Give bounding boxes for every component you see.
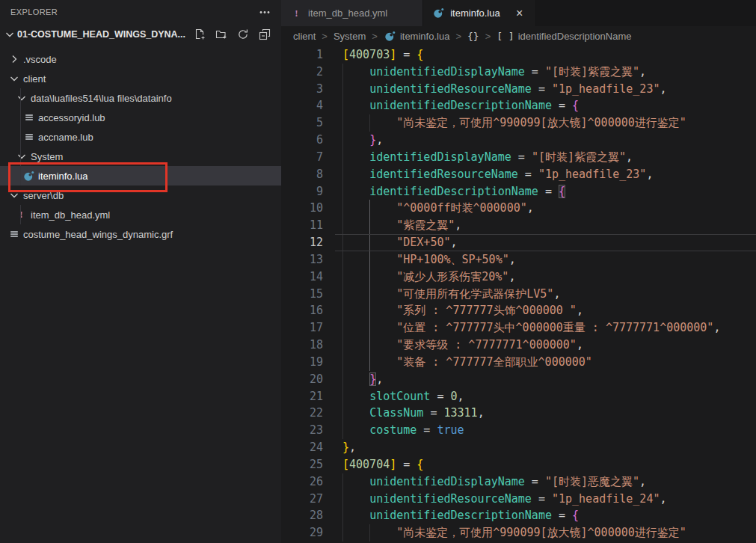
yml-icon: ! <box>15 209 28 221</box>
code-line[interactable]: 11 "紫霞之翼", <box>281 217 756 234</box>
code-line[interactable]: 22 ClassNum = 13311, <box>281 405 756 422</box>
line-number: 13 <box>281 251 323 269</box>
code-line[interactable]: 9 identifiedDescriptionName = { <box>281 183 756 200</box>
line-number: 9 <box>281 183 323 200</box>
tree-indent-guide <box>20 205 21 224</box>
lua-icon <box>384 31 396 43</box>
code-line[interactable]: 29 "尚未鉴定，可使用^990099[放大镜]^000000进行鉴定" <box>281 524 756 542</box>
indent-guide <box>369 286 370 303</box>
tree-item-label: System <box>31 151 63 162</box>
code-line[interactable]: 15 "可使用所有化学武器保护LV5", <box>281 286 756 303</box>
line-number: 25 <box>281 456 323 473</box>
indent-guide <box>342 132 343 149</box>
breadcrumb-item-identifieddescriptionname[interactable]: [ ]identifiedDescriptionName <box>497 31 631 42</box>
line-number: 12 <box>281 234 323 251</box>
code-line[interactable]: 16 "系列 : ^777777头饰^000000 ", <box>281 302 756 319</box>
chevron-down-icon[interactable] <box>7 189 20 201</box>
line-number: 2 <box>281 64 323 81</box>
tree-file-accname.lub[interactable]: accname.lub <box>0 127 281 147</box>
tree-file-accessoryid.lub[interactable]: accessoryid.lub <box>0 108 281 127</box>
code-line[interactable]: 24}, <box>281 439 756 456</box>
code-line[interactable]: 1[400703] = { <box>281 46 756 64</box>
tree-item-label: server\db <box>23 190 64 201</box>
explorer-actions <box>188 28 281 40</box>
code-line[interactable]: 7 identifiedDisplayName = "[时装]紫霞之翼", <box>281 149 756 166</box>
new-folder-icon[interactable] <box>215 28 227 40</box>
tree-folder-.vscode[interactable]: .vscode <box>0 49 281 69</box>
code-line[interactable]: 25[400704] = { <box>281 456 756 473</box>
tree-folder-server-db[interactable]: server\db <box>0 185 281 205</box>
code-line[interactable]: 12 "DEX+50", <box>281 234 756 251</box>
close-icon[interactable]: × <box>513 7 526 19</box>
breadcrumb: client>System>iteminfo.lua>{}>[ ]identif… <box>281 26 756 46</box>
code-line[interactable]: 21 slotCount = 0, <box>281 388 756 405</box>
line-number: 22 <box>281 405 323 422</box>
code-line-text: }, <box>342 132 383 149</box>
indent-guide <box>369 269 370 286</box>
code-line[interactable]: 5 "尚未鉴定，可使用^990099[放大镜]^000000进行鉴定" <box>281 114 756 132</box>
chevron-down-icon[interactable] <box>15 150 28 162</box>
tree-file-costume-head-wings-dynamic.grf[interactable]: costume_head_wings_dynamic.grf <box>0 224 281 244</box>
line-number: 8 <box>281 166 323 183</box>
code-line[interactable]: 23 costume = true <box>281 422 756 439</box>
tree-item-label: iteminfo.lua <box>38 171 87 182</box>
indent-guide <box>369 217 370 234</box>
code-area[interactable]: 1[400703] = {2 unidentifiedDisplayName =… <box>281 46 756 542</box>
tree-file-iteminfo.lua[interactable]: iteminfo.lua <box>0 166 281 185</box>
code-line[interactable]: 13 "HP+100%、SP+50%", <box>281 251 756 269</box>
code-line[interactable]: 28 unidentifiedDescriptionName = { <box>281 507 756 524</box>
code-line[interactable]: 18 "要求等级 : ^7777771^000000", <box>281 337 756 354</box>
code-line[interactable]: 6 }, <box>281 132 756 149</box>
code-line[interactable]: 2 unidentifiedDisplayName = "[时装]紫霞之翼", <box>281 64 756 81</box>
chevron-down-icon[interactable] <box>7 73 20 85</box>
breadcrumb-item-system[interactable]: System <box>334 31 366 42</box>
line-number: 27 <box>281 491 323 508</box>
chevron-down-icon[interactable] <box>3 28 16 40</box>
tab-iteminfo-lua[interactable]: iteminfo.lua× <box>423 0 535 26</box>
indent-guide <box>369 234 370 251</box>
more-actions-icon[interactable] <box>259 6 271 18</box>
tree-item-label: accessoryid.lub <box>38 112 105 123</box>
doc-icon <box>22 111 35 123</box>
code-line-text: "^0000ff时装^000000", <box>342 200 534 217</box>
chevron-right-icon[interactable] <box>7 53 20 65</box>
indent-guide <box>342 473 343 491</box>
code-line[interactable]: 20 }, <box>281 371 756 388</box>
indent-guide <box>342 64 343 81</box>
code-line[interactable]: 4 unidentifiedDescriptionName = { <box>281 97 756 114</box>
code-line[interactable]: 14 "减少人形系伤害20%", <box>281 269 756 286</box>
tree-file-item-db-head.yml[interactable]: !item_db_head.yml <box>0 205 281 224</box>
code-line[interactable]: 8 identifiedResourceName = "1p_headfile_… <box>281 166 756 183</box>
code-line[interactable]: 26 unidentifiedDisplayName = "[时装]恶魔之翼", <box>281 473 756 491</box>
breadcrumb-item-client[interactable]: client <box>293 31 316 42</box>
tree-folder-system[interactable]: System <box>0 147 281 166</box>
code-line[interactable]: 27 unidentifiedResourceName = "1p_headfi… <box>281 491 756 508</box>
line-number: 16 <box>281 302 323 319</box>
line-number: 19 <box>281 354 323 371</box>
code-line[interactable]: 10 "^0000ff时装^000000", <box>281 200 756 217</box>
new-file-icon[interactable] <box>194 28 206 40</box>
object-symbol-icon: {} <box>467 31 479 42</box>
file-tree: .vscodeclientdata\luafiles514\lua files\… <box>0 49 281 244</box>
indent-guide <box>342 114 343 132</box>
code-line[interactable]: 17 "位置 : ^777777头中^000000重量 : ^7777771^0… <box>281 319 756 337</box>
indent-guide <box>369 302 370 319</box>
workspace-root-row[interactable]: 01-COSTUME_HEAD_WINGS_DYNA... <box>0 24 281 45</box>
chevron-down-icon[interactable] <box>15 92 28 104</box>
tab-item-db-head-yml[interactable]: !item_db_head.yml <box>281 0 423 26</box>
code-line-text: "减少人形系伤害20%", <box>342 269 515 286</box>
tree-folder-client[interactable]: client <box>0 69 281 88</box>
indent-guide <box>342 337 343 354</box>
breadcrumb-item-object[interactable]: {} <box>467 31 479 42</box>
code-line[interactable]: 3 unidentifiedResourceName = "1p_headfil… <box>281 81 756 98</box>
code-line-text: "要求等级 : ^7777771^000000", <box>342 337 583 354</box>
collapse-folders-icon[interactable] <box>259 28 271 40</box>
line-number: 14 <box>281 269 323 286</box>
code-line-text: "尚未鉴定，可使用^990099[放大镜]^000000进行鉴定" <box>342 524 686 542</box>
indent-guide <box>369 319 370 337</box>
code-line[interactable]: 19 "装备 : ^777777全部职业^000000" <box>281 354 756 371</box>
code-line-text: ClassNum = 13311, <box>342 405 485 422</box>
tree-folder-data-luafiles514-lua-files-datainfo[interactable]: data\luafiles514\lua files\datainfo <box>0 88 281 108</box>
refresh-icon[interactable] <box>237 28 249 40</box>
breadcrumb-item-iteminfo-lua[interactable]: iteminfo.lua <box>384 31 449 43</box>
